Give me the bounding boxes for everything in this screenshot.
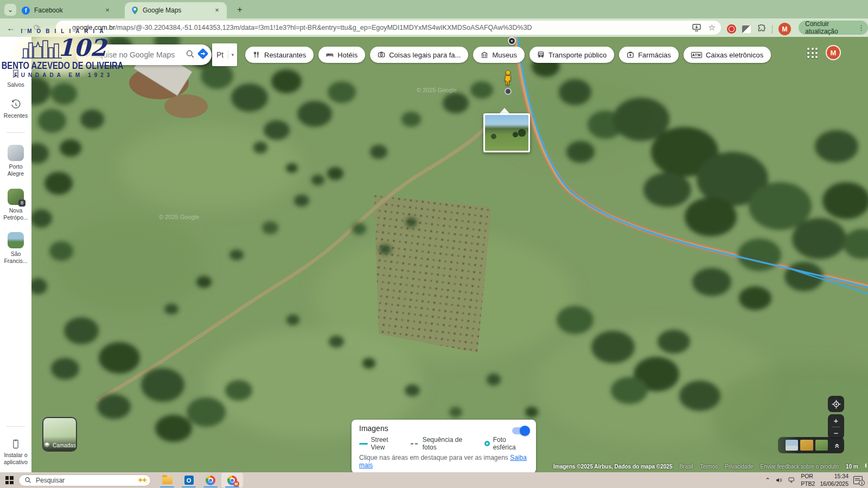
flag-extension-icon[interactable] (742, 25, 751, 33)
photo-strip-panel[interactable] (778, 437, 844, 453)
tab-facebook[interactable]: f Facebook × (15, 2, 117, 18)
zoom-control: + − (828, 414, 844, 439)
sidebar-recent-porto-alegre[interactable]: Porto Alegre (1, 145, 31, 177)
place-thumbnail: 8 (8, 189, 24, 205)
clock[interactable]: 15:34 16/06/2025 (820, 473, 848, 487)
chip-museums[interactable]: Museus (473, 47, 525, 63)
browser-tabstrip: ⌄ f Facebook × Google Maps × + (0, 0, 868, 18)
chip-restaurants[interactable]: Restaurantes (245, 47, 314, 63)
pegman-marker[interactable] (503, 70, 513, 88)
browser-profile-avatar[interactable]: M (778, 23, 791, 35)
expand-double-chevron-icon[interactable] (833, 441, 841, 450)
tab-close-icon[interactable]: × (103, 6, 112, 15)
sidebar-item-recents[interactable]: Recentes (1, 99, 31, 119)
tab-close-icon[interactable]: × (213, 6, 221, 15)
divider (832, 427, 840, 427)
extensions-puzzle-icon[interactable] (757, 24, 766, 34)
screen: ⌄ f Facebook × Google Maps × + ← → ⟳ goo… (0, 0, 868, 488)
browser-menu-icon[interactable]: ⋮ (858, 24, 865, 32)
category-chips: Restaurantes Hotéis Coisas legais para f… (245, 47, 771, 63)
attribution-terms-link[interactable]: Termos (700, 464, 718, 470)
windows-logo-icon (5, 476, 14, 484)
tab-title: Facebook (34, 7, 99, 14)
attribution-privacy-link[interactable]: Privacidade (725, 464, 753, 470)
tab-google-maps[interactable]: Google Maps × (125, 2, 227, 18)
windows-taskbar: ✦✦. O M ⌃ POR PTB2 15:34 16/06/2025 1 (0, 472, 868, 488)
my-location-button[interactable] (828, 396, 844, 412)
satellite-imagery (31, 37, 868, 472)
zoom-out-button[interactable]: − (834, 428, 839, 438)
url-bar[interactable]: google.com.br/maps/@-30.2204384,-51.0144… (56, 21, 721, 35)
taskbar-outlook[interactable]: O (178, 473, 200, 487)
attribution-region-link[interactable]: Brasil (679, 464, 693, 470)
photo-thumbnail[interactable] (786, 440, 798, 451)
imagery-panel: Imagens Street View Sequência de fotos F… (352, 420, 536, 473)
taskbar-file-explorer[interactable] (156, 473, 178, 487)
adblocker-extension-icon[interactable] (727, 24, 736, 34)
photo-sequence-line-icon (411, 443, 419, 445)
imagery-toggle[interactable] (512, 427, 528, 434)
chip-transit[interactable]: Transporte público (529, 47, 614, 63)
sidebar-install-app[interactable]: Instalar o aplicativo (1, 439, 31, 466)
maps-search-input[interactable] (86, 50, 184, 59)
photo-thumbnail[interactable] (483, 113, 530, 152)
scale-label: 10 m (846, 464, 858, 470)
google-apps-grid-icon[interactable] (807, 48, 818, 59)
tile-credit-text: © 2025 Google (417, 87, 457, 93)
photo-sphere-icon (484, 441, 490, 446)
taskbar-search-input[interactable] (36, 477, 133, 484)
chevron-down-icon[interactable]: ▼ (228, 53, 237, 57)
extensions-row: M (727, 23, 791, 35)
layers-button[interactable]: Camadas (42, 417, 77, 452)
chrome-icon: M (227, 476, 237, 485)
place-thumbnail (8, 232, 24, 248)
photo-thumbnail[interactable] (815, 440, 828, 451)
tab-search-chevron-icon[interactable]: ⌄ (4, 4, 16, 16)
chip-atms[interactable]: ATM Caixas eletrônicos (684, 47, 771, 63)
chip-pharmacies[interactable]: Farmácias (619, 47, 679, 63)
update-chrome-button[interactable]: Concluir atualização ⋮ (799, 21, 868, 35)
language-indicator[interactable]: POR PTB2 (801, 473, 815, 487)
search-icon (24, 477, 31, 484)
taskbar-chrome[interactable] (200, 473, 221, 487)
location-dot-marker[interactable] (505, 88, 512, 95)
taskbar-chrome-profile[interactable]: M (221, 473, 243, 487)
museum-icon (481, 51, 488, 59)
zoom-in-button[interactable]: + (834, 416, 839, 425)
reload-icon[interactable]: ⟳ (30, 23, 43, 33)
new-tab-button[interactable]: + (234, 4, 245, 15)
network-icon[interactable] (788, 477, 796, 484)
start-button[interactable] (0, 476, 18, 484)
attribution-feedback-link[interactable]: Enviar feedback sobre o produto (761, 464, 839, 470)
sidebar-recent-sao-francisco[interactable]: São Francis... (1, 232, 31, 265)
chrome-icon (206, 476, 215, 485)
maps-search-box[interactable] (76, 44, 212, 65)
back-icon[interactable]: ← (4, 23, 17, 33)
speaker-icon[interactable] (775, 477, 783, 484)
photo-thumbnail[interactable] (800, 440, 813, 451)
divider (7, 426, 25, 427)
tray-chevron-up-icon[interactable]: ⌃ (765, 477, 770, 484)
bookmark-star-icon[interactable]: ☆ (709, 23, 716, 33)
sidebar-recent-nova-petropolis[interactable]: 8 Nova Petrópo... (1, 189, 31, 221)
maps-profile-avatar[interactable]: M (826, 45, 841, 60)
restaurant-icon (253, 51, 260, 59)
street-view-photo-marker[interactable] (508, 37, 516, 45)
chip-things-to-do[interactable]: Coisas legais para fa... (370, 47, 468, 63)
sidebar-item-saved[interactable]: Salvos (1, 68, 31, 88)
chip-hotels[interactable]: Hotéis (318, 47, 365, 63)
taskbar-search-box[interactable]: ✦✦. (18, 474, 151, 486)
translate-widget[interactable]: Pt ▼ (212, 43, 237, 66)
tile-credit-text: © 2025 Google (159, 214, 199, 220)
notification-center-icon[interactable]: 1 (853, 476, 863, 484)
forward-icon[interactable]: → (17, 23, 30, 33)
install-icon[interactable] (692, 24, 701, 31)
search-icon[interactable] (184, 49, 197, 61)
street-view-photo-preview[interactable] (483, 108, 530, 152)
tab-title: Google Maps (143, 7, 208, 14)
copilot-sparkle-icon[interactable]: ✦✦. (137, 476, 146, 484)
google-maps-pin-icon (131, 6, 138, 15)
scale-bar (865, 464, 866, 467)
directions-icon[interactable] (197, 48, 210, 62)
map-canvas[interactable]: © 2025 Google © 2025 Google (31, 37, 868, 472)
